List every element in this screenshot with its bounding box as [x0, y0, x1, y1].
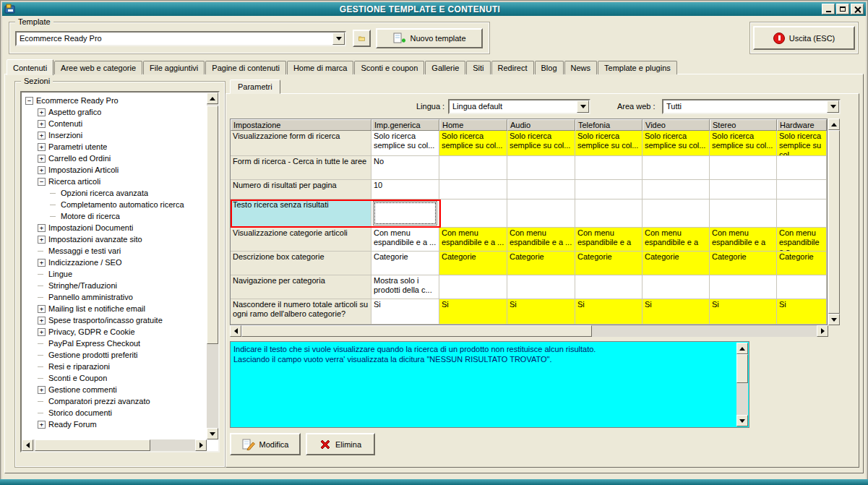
- setting-name-cell[interactable]: Testo ricerca senza risultati: [231, 199, 371, 228]
- plus-box-icon[interactable]: +: [38, 224, 46, 232]
- area-value-cell[interactable]: Con menu espandibile e a ...: [507, 228, 575, 252]
- area-value-cell[interactable]: Solo ricerca semplice su col...: [710, 131, 777, 156]
- tree-item-messaggi-e-testi-vari[interactable]: Messaggi e testi vari: [22, 245, 207, 257]
- minus-box-icon[interactable]: −: [38, 178, 46, 186]
- template-combobox-dropdown[interactable]: [332, 33, 345, 45]
- tree-item-parametri-utente[interactable]: +Parametri utente: [22, 141, 207, 153]
- tab-file-aggiuntivi[interactable]: File aggiuntivi: [143, 61, 205, 74]
- area-value-cell[interactable]: Si: [777, 299, 827, 325]
- setting-name-cell[interactable]: Visualizzazione form di ricerca: [231, 131, 371, 156]
- area-value-cell[interactable]: Solo ricerca semplice su col...: [643, 131, 710, 156]
- area-value-cell[interactable]: [507, 156, 575, 180]
- area-value-cell[interactable]: Solo ricerca semplice su col...: [575, 131, 643, 156]
- setting-name-cell[interactable]: Descrizione box categorie: [231, 252, 371, 275]
- setting-name-cell[interactable]: Numero di risultati per pagina: [231, 180, 371, 199]
- area-value-cell[interactable]: [643, 180, 710, 199]
- minimize-button[interactable]: [822, 4, 835, 14]
- plus-box-icon[interactable]: +: [38, 166, 46, 174]
- tree-item-pannello-amministrativo[interactable]: Pannello amministrativo: [22, 291, 207, 303]
- elimina-button[interactable]: Elimina: [306, 433, 375, 455]
- plus-box-icon[interactable]: +: [38, 132, 46, 140]
- scroll-left-button[interactable]: [22, 439, 33, 451]
- tab-gallerie[interactable]: Gallerie: [425, 61, 465, 74]
- plus-box-icon[interactable]: +: [38, 421, 46, 429]
- close-button[interactable]: [851, 4, 864, 14]
- grid-vscroll-thumb[interactable]: [828, 130, 840, 314]
- area-value-cell[interactable]: [507, 199, 575, 228]
- tree-item-gestione-commenti[interactable]: +Gestione commenti: [22, 384, 207, 395]
- column-header-impostazione[interactable]: Impostazione: [231, 119, 371, 131]
- tree-item-inserzioni[interactable]: +Inserzioni: [22, 129, 207, 141]
- grid-vertical-scrollbar[interactable]: [828, 119, 840, 325]
- setting-name-cell[interactable]: Nascondere il numero totale articoli su …: [231, 299, 371, 325]
- generic-value-cell[interactable]: Con menu espandibile e a ...: [371, 228, 439, 252]
- scroll-right-button[interactable]: [195, 439, 207, 451]
- area-value-cell[interactable]: [710, 156, 777, 180]
- area-value-cell[interactable]: [507, 180, 575, 199]
- column-header-telefonia[interactable]: Telefonia: [575, 119, 643, 131]
- area-value-cell[interactable]: Con menu espandibile e a ...: [643, 228, 710, 252]
- tree-item-mailing-list-e-notifiche-email[interactable]: +Mailing list e notifiche email: [22, 303, 207, 314]
- open-folder-button[interactable]: [353, 30, 371, 47]
- lingua-combobox[interactable]: Lingua default: [448, 99, 590, 114]
- area-value-cell[interactable]: [507, 275, 575, 299]
- area-value-cell[interactable]: Si: [643, 299, 710, 325]
- maximize-button[interactable]: [836, 4, 849, 14]
- scroll-down-button[interactable]: [207, 428, 218, 439]
- area-value-cell[interactable]: [439, 275, 507, 299]
- area-value-cell[interactable]: Solo ricerca semplice su col...: [507, 131, 575, 156]
- tree-item-storico-documenti[interactable]: Storico documenti: [22, 407, 207, 419]
- area-value-cell[interactable]: Con menu espandibile e a ...: [710, 228, 777, 252]
- area-value-cell[interactable]: [777, 199, 827, 228]
- tree-item-impostazioni-articoli[interactable]: +Impostazioni Articoli: [22, 164, 207, 176]
- tree-item-carrello-ed-ordini[interactable]: +Carrello ed Ordini: [22, 153, 207, 164]
- area-value-cell[interactable]: [777, 275, 827, 299]
- area-web-combobox-dropdown[interactable]: [827, 100, 839, 113]
- minus-box-icon[interactable]: −: [25, 97, 33, 105]
- value-edit-input[interactable]: [373, 201, 437, 226]
- plus-box-icon[interactable]: +: [38, 305, 46, 313]
- info-vscroll-track[interactable]: [736, 354, 748, 415]
- column-header-stereo[interactable]: Stereo: [710, 119, 777, 131]
- tree-item-spese-trasporto-incasso-gratuite[interactable]: +Spese trasporto/incasso gratuite: [22, 314, 207, 326]
- area-value-cell[interactable]: Categorie: [643, 252, 710, 275]
- lingua-combobox-dropdown[interactable]: [577, 100, 589, 113]
- tree-item-motore-di-ricerca[interactable]: Motore di ricerca: [22, 210, 207, 222]
- plus-box-icon[interactable]: +: [38, 259, 46, 267]
- scroll-down-button[interactable]: [828, 314, 840, 325]
- grid-hscroll-thumb[interactable]: [241, 325, 592, 337]
- plus-box-icon[interactable]: +: [38, 328, 46, 336]
- column-header-hardware[interactable]: Hardware: [777, 119, 827, 131]
- tab-template-e-plugins[interactable]: Template e plugins: [598, 61, 677, 74]
- area-value-cell[interactable]: [439, 199, 507, 228]
- area-value-cell[interactable]: Categorie: [507, 252, 575, 275]
- grid-vscroll-track[interactable]: [828, 130, 840, 314]
- area-value-cell[interactable]: Si: [710, 299, 777, 325]
- setting-name-cell[interactable]: Navigazione per categoria: [231, 275, 371, 299]
- info-vscroll-thumb[interactable]: [736, 354, 748, 383]
- tree-vscroll-track[interactable]: [207, 104, 218, 428]
- tab-sconti-e-coupon[interactable]: Sconti e coupon: [354, 61, 424, 74]
- column-header-video[interactable]: Video: [643, 119, 710, 131]
- scroll-up-button[interactable]: [736, 343, 748, 354]
- tree-item-stringhe-traduzioni[interactable]: Stringhe/Traduzioni: [22, 280, 207, 291]
- tree-vscroll-thumb[interactable]: [207, 106, 218, 344]
- grid-hscroll-track[interactable]: [241, 325, 817, 337]
- area-value-cell[interactable]: Solo ricerca semplice su col...: [439, 131, 507, 156]
- modifica-button[interactable]: Modifica: [230, 433, 301, 455]
- setting-name-cell[interactable]: Form di ricerca - Cerca in tutte le aree: [231, 156, 371, 180]
- scroll-up-button[interactable]: [828, 119, 840, 130]
- tree-item-ecommerce-ready-pro[interactable]: −Ecommerce Ready Pro: [22, 95, 207, 106]
- tree-item-impostazioni-avanzate-sito[interactable]: +Impostazioni avanzate sito: [22, 233, 207, 245]
- generic-value-cell[interactable]: Categorie: [371, 252, 439, 275]
- column-header-imp-generica[interactable]: Imp.generica: [371, 119, 439, 131]
- area-value-cell[interactable]: [575, 275, 643, 299]
- tree-item-ready-forum[interactable]: +Ready Forum: [22, 419, 207, 430]
- area-web-combobox[interactable]: Tutti: [662, 99, 841, 114]
- tree-item-lingue[interactable]: Lingue: [22, 268, 207, 280]
- tab-redirect[interactable]: Redirect: [491, 61, 534, 74]
- area-value-cell[interactable]: [575, 199, 643, 228]
- plus-box-icon[interactable]: +: [38, 155, 46, 163]
- generic-value-cell[interactable]: 10: [371, 180, 439, 199]
- tab-aree-web-e-categorie[interactable]: Aree web e categorie: [54, 61, 142, 74]
